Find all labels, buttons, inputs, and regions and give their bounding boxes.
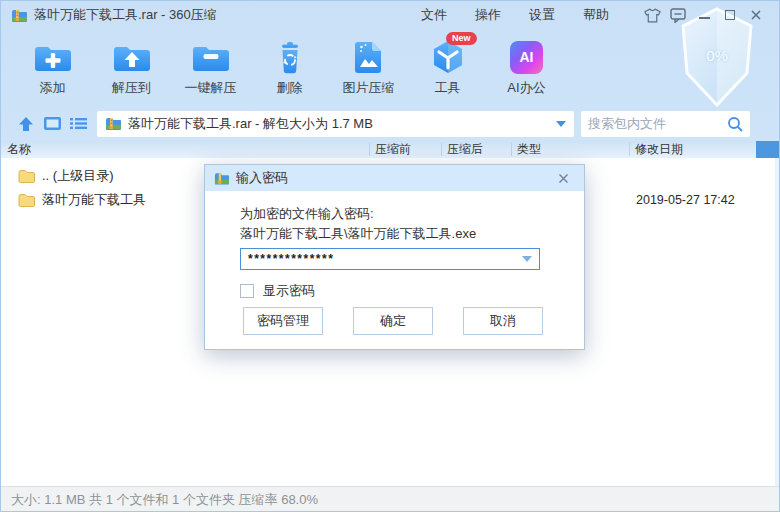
image-compress-icon: [349, 36, 389, 78]
minimize-button[interactable]: [691, 4, 717, 26]
column-size-after[interactable]: 压缩后: [447, 141, 483, 158]
column-divider: [511, 143, 512, 156]
toolbar-add[interactable]: 添加: [13, 29, 92, 106]
add-folder-icon: [33, 36, 73, 78]
toolbar-label: 一键解压: [185, 79, 237, 97]
column-name[interactable]: 名称: [7, 141, 31, 158]
column-divider: [369, 143, 370, 156]
password-masked-value: **************: [248, 252, 522, 266]
archive-path-text: 落叶万能下载工具.rar - 解包大小为 1.7 MB: [128, 115, 556, 133]
toolbar-label: 删除: [277, 79, 303, 97]
column-type[interactable]: 类型: [517, 141, 541, 158]
trash-icon: [270, 36, 310, 78]
password-prompt: 为加密的文件输入密码:: [240, 205, 374, 223]
archive-file-icon: [214, 172, 229, 185]
toolbar-tools[interactable]: New 工具: [408, 29, 487, 106]
app-window: 0% 落叶万能下载工具.rar - 360压缩 文件 操作 设置 帮助: [0, 0, 780, 512]
archive-file-icon: [105, 117, 121, 130]
toolbar-delete[interactable]: 删除: [250, 29, 329, 106]
skin-icon[interactable]: [639, 4, 665, 26]
file-modified-date: 2019-05-27 17:42: [636, 193, 735, 207]
search-input[interactable]: [588, 116, 727, 131]
show-password-row: 显示密码: [240, 282, 315, 300]
window-title: 落叶万能下载工具.rar - 360压缩: [34, 6, 217, 24]
menu-operate[interactable]: 操作: [461, 2, 515, 28]
menu-help[interactable]: 帮助: [569, 2, 623, 28]
list-view-icon[interactable]: [65, 111, 91, 137]
one-click-extract-icon: [191, 36, 231, 78]
folder-icon: [18, 169, 35, 183]
toolbar-label: 图片压缩: [343, 79, 395, 97]
dialog-titlebar: 输入密码: [205, 165, 584, 191]
password-dialog: 输入密码 为加密的文件输入密码: 落叶万能下载工具\落叶万能下载工具.exe *…: [204, 164, 585, 350]
maximize-button[interactable]: [717, 4, 743, 26]
toolbar: 添加 解压到 一键解压: [1, 29, 779, 106]
password-input[interactable]: **************: [240, 248, 540, 270]
menubar: 文件 操作 设置 帮助: [407, 2, 623, 28]
new-badge: New: [446, 32, 477, 45]
toolbar-label: 添加: [40, 79, 66, 97]
extract-folder-icon: [112, 36, 152, 78]
dialog-title: 输入密码: [236, 169, 288, 187]
column-size-before[interactable]: 压缩前: [375, 141, 411, 158]
ai-icon-text: AI: [520, 49, 534, 65]
archive-app-icon: [11, 9, 27, 22]
toolbar-label: 工具: [435, 79, 461, 97]
file-name: .. (上级目录): [42, 167, 114, 185]
menu-file[interactable]: 文件: [407, 2, 461, 28]
menu-settings[interactable]: 设置: [515, 2, 569, 28]
address-bar: 落叶万能下载工具.rar - 解包大小为 1.7 MB: [1, 106, 779, 141]
toolbar-one-click-extract[interactable]: 一键解压: [171, 29, 250, 106]
search-icon[interactable]: [727, 116, 743, 132]
cancel-button[interactable]: 取消: [463, 307, 543, 335]
toolbar-label: AI办公: [507, 79, 545, 97]
toolbar-image-compress[interactable]: 图片压缩: [329, 29, 408, 106]
show-password-checkbox[interactable]: [240, 284, 254, 298]
close-button[interactable]: [743, 4, 769, 26]
column-divider: [441, 143, 442, 156]
column-divider: [629, 143, 630, 156]
column-header-row: 名称 压缩前 压缩后 类型 修改日期: [1, 141, 779, 158]
feedback-icon[interactable]: [665, 4, 691, 26]
scrollbar-corner: [756, 141, 779, 158]
password-manage-button[interactable]: 密码管理: [243, 307, 323, 335]
toolbar-label: 解压到: [112, 79, 151, 97]
up-directory-icon[interactable]: [13, 111, 39, 137]
toolbar-ai-office[interactable]: AI AI办公: [487, 29, 566, 106]
status-text: 大小: 1.1 MB 共 1 个文件和 1 个文件夹 压缩率 68.0%: [11, 492, 318, 507]
ok-button[interactable]: 确定: [353, 307, 433, 335]
show-password-label: 显示密码: [263, 282, 315, 300]
chevron-down-icon[interactable]: [522, 256, 532, 262]
column-modified[interactable]: 修改日期: [635, 141, 683, 158]
dialog-close-icon[interactable]: [551, 167, 575, 189]
status-bar: 大小: 1.1 MB 共 1 个文件和 1 个文件夹 压缩率 68.0%: [1, 486, 779, 512]
toolbar-extract-to[interactable]: 解压到: [92, 29, 171, 106]
archive-path-select[interactable]: 落叶万能下载工具.rar - 解包大小为 1.7 MB: [97, 111, 574, 137]
preview-pane-icon[interactable]: [39, 111, 65, 137]
titlebar: 落叶万能下载工具.rar - 360压缩 文件 操作 设置 帮助: [1, 1, 779, 29]
titlebar-controls: [639, 4, 769, 26]
chevron-down-icon[interactable]: [556, 121, 566, 127]
search-box: [581, 111, 750, 137]
tools-hexagon-icon: New: [428, 36, 468, 78]
file-name: 落叶万能下载工具: [42, 191, 146, 209]
dialog-body: 为加密的文件输入密码: 落叶万能下载工具\落叶万能下载工具.exe ******…: [205, 191, 584, 350]
ai-office-icon: AI: [510, 41, 543, 74]
encrypted-file-path: 落叶万能下载工具\落叶万能下载工具.exe: [240, 225, 476, 243]
folder-icon: [18, 193, 35, 207]
